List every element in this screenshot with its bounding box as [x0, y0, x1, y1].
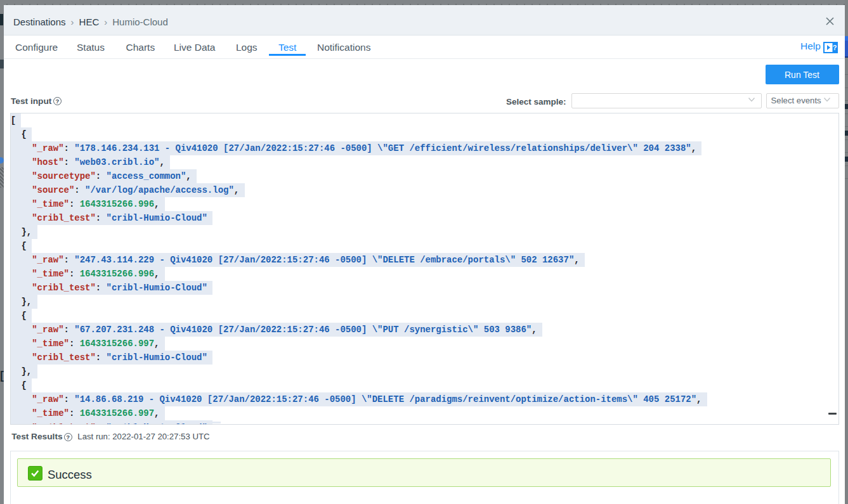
svg-text:?: ?	[833, 44, 837, 51]
